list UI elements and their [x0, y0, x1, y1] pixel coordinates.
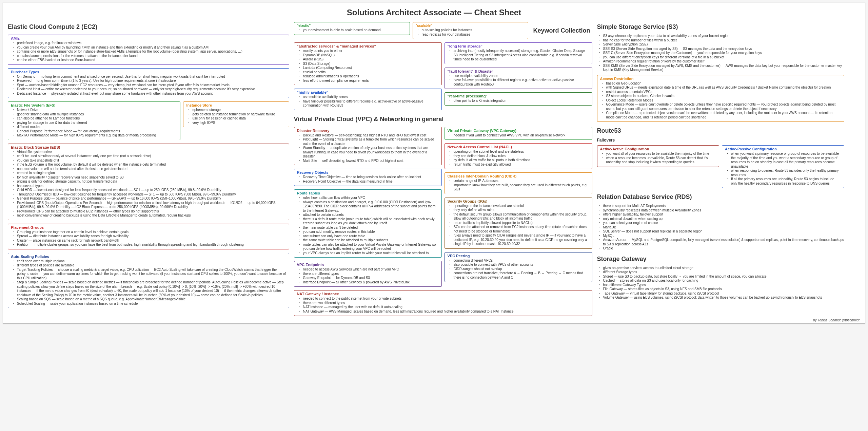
- list-item: Server Side Encryption (SSE): [602, 42, 844, 47]
- box-nacl: Network Access Control List (NACL) opera…: [445, 143, 592, 169]
- list-item: Spot — auction-based bidding for unused …: [16, 83, 286, 88]
- list-item: have fail-over possibilities to differen…: [452, 78, 589, 87]
- list-item: different modes: [16, 125, 177, 129]
- box-nat: NAT Gateway / Instance needed to connect…: [294, 290, 592, 316]
- list-item: for high availability / disaster recover…: [16, 175, 286, 180]
- list-item: Target Tracking Policies — choose a scal…: [16, 268, 286, 281]
- list-item: On-Demand — no long-term commitment and …: [16, 75, 286, 79]
- list-item: Dedicated Instance — physically isolated…: [16, 92, 286, 96]
- list-item: you can add, modify, remove routes in th…: [302, 230, 439, 234]
- list-item: Provisioned IOPS (Input/Output Operation…: [16, 201, 286, 209]
- list-item: SSE-S3 (Server Side Encryption managed b…: [602, 47, 844, 51]
- list-item: operating on the subnet level and are st…: [452, 150, 589, 154]
- list-item: Backup and Restore — self-describing; ha…: [302, 133, 439, 138]
- box-recovery-objects: Recovery Objects Recovery Time Objective…: [294, 169, 442, 186]
- list-item: less effort to meet compliance requireme…: [302, 79, 439, 83]
- ec2-heading: Elastic Cloud Compute 2 (EC2): [8, 23, 289, 31]
- list-item: rules how traffic can flow within your V…: [302, 196, 439, 200]
- list-item: mostly points you to either: [302, 49, 439, 53]
- failovers-title: Failovers: [597, 138, 844, 143]
- list-item: return traffic is implicitly allowed (op…: [452, 221, 589, 225]
- box-kw-fault: "fault tolerant" & Disaster use multiple…: [445, 68, 592, 89]
- box-kw-ha: "highly available" use multiple availabi…: [294, 89, 442, 110]
- list-item: General Purpose SSD — balance of price a…: [16, 196, 286, 201]
- list-item: Recovery Time Objective — time to bring …: [302, 175, 439, 180]
- list-item: based on Geo-Location: [605, 81, 841, 86]
- list-item: reduced administrations & operations: [302, 74, 439, 79]
- list-item: has several types: [16, 184, 286, 188]
- list-item: Compliance Mode — a protected object ver…: [605, 111, 841, 119]
- list-item: ephemeral storage: [191, 108, 286, 112]
- list-item: Warm Standby — a duplicate version of on…: [302, 146, 439, 159]
- box-vpc-endpoints: VPC Endpoints needed to access AWS Servi…: [294, 261, 442, 287]
- col-ec2: Elastic Cloud Compute 2 (EC2) AMIs prede…: [8, 21, 289, 309]
- list-item: Reserved — long-term commitment (1 to 3 …: [16, 79, 286, 83]
- list-item: by default allow traffic for all ports i…: [452, 158, 589, 163]
- list-item: use multiple availability zones: [302, 95, 439, 99]
- list-item: S3 asynchronously replicates your data t…: [602, 34, 844, 38]
- col-right: Simple Storage Service (S3) S3 asynchron…: [597, 21, 844, 300]
- list-item: there are two different types: [302, 301, 589, 305]
- list-item: use multiple availability zones: [452, 74, 589, 78]
- list-item: Governance Mode — users can't override o…: [605, 102, 841, 111]
- list-item: Interface Endpoint — all other Services …: [302, 280, 439, 285]
- s3-heading: Simple Storage Service (S3): [597, 23, 844, 31]
- box-route-tables: Route Tables rules how traffic can flow …: [294, 189, 442, 258]
- list-item: SGs can be attached or removed from EC2 …: [452, 225, 589, 233]
- box-kw-realtime: "real-time processing" often points to a…: [445, 92, 592, 106]
- list-item: read-replicas for your databases: [420, 33, 526, 37]
- storage-gateway-heading: Storage Gateway: [597, 256, 844, 263]
- box-kw-abstracted: "abstracted services" & "managed service…: [294, 42, 442, 85]
- list-item: there is support for Multi-AZ Deployment…: [602, 204, 844, 208]
- box-ebs: Elastic Block Storage (EBS) Virtual file…: [8, 144, 289, 220]
- box-vpg: Virtual Private Gateway (VPC Gateway) ne…: [445, 127, 592, 140]
- list-item: Network Drive: [16, 108, 177, 112]
- list-item: Tape Gateway — virtual tape library for …: [602, 292, 844, 296]
- list-item: very high IOPS: [191, 121, 286, 125]
- box-vpc-peering: VPC Peering connecting different VPCsals…: [445, 252, 592, 282]
- list-item: Pilot Light — Storing critical systems a…: [302, 137, 439, 146]
- list-item: Partition — multiple cluster groups, so …: [16, 243, 286, 247]
- list-item: the same route table can be attached to …: [302, 238, 439, 243]
- list-item: you can take snapshots of it: [16, 158, 286, 163]
- list-item: only minimal downtime when scaling up: [602, 217, 844, 221]
- list-item: Cached — stores all data on S3 and uses …: [602, 279, 844, 283]
- list-item: Throughput Optimised HDD — low-cost desi…: [16, 192, 286, 197]
- list-item: paying for storage in use & for data tra…: [16, 121, 177, 125]
- list-item: return traffic must be explicitly allowe…: [452, 163, 589, 167]
- box-disaster-recovery: Disaster Recovery Backup and Restore — s…: [294, 127, 442, 166]
- list-item: MariaDB: [602, 225, 844, 230]
- list-item: SSE-KMS (Server Side Encryption managed …: [602, 64, 844, 72]
- list-item: when a resource becomes unavailable, Rou…: [605, 156, 716, 165]
- list-item: MySQL: [602, 234, 844, 238]
- list-item: pricing is only for defined storage capa…: [16, 180, 286, 184]
- list-item: route tables can also be attached to you…: [302, 243, 439, 251]
- list-item: Step & Simple Scaling Policies — scale b…: [16, 280, 286, 297]
- box-active-passive: Active-Passive Configuration when you wa…: [722, 145, 844, 188]
- list-item: CIDR-ranges should not overlap: [452, 267, 589, 271]
- list-item: Amazon recommends regular rotation of ke…: [602, 59, 844, 64]
- list-item: needed to connect to the public internet…: [302, 297, 589, 301]
- list-item: Cluster — place instances on same rack f…: [16, 239, 286, 243]
- list-item: non-root volumes will not be terminated …: [16, 167, 286, 171]
- list-item: contains one or more EBS snapshots or fo…: [16, 50, 286, 54]
- list-item: predefined image, e.g. for linux or wind…: [16, 41, 286, 45]
- list-item: you can create your own AMI by launching…: [16, 45, 286, 50]
- list-item: different Storage types: [602, 270, 844, 275]
- keywords-heading: Keyword Collection: [533, 27, 590, 34]
- list-item: with Signed URLs — needs expiration date…: [605, 86, 841, 90]
- list-item: your VPC always has an implicit router t…: [302, 251, 439, 256]
- list-item: Virtual file system drive: [16, 150, 286, 154]
- s3-list: S3 asynchronously replicates your data t…: [597, 34, 844, 72]
- list-item: can't span over multiple regions: [16, 259, 286, 264]
- list-item: has no cap for the number of files withi…: [602, 38, 844, 43]
- list-item: gives on-premise services access to unli…: [602, 266, 844, 270]
- list-item: use only for session or cached data: [191, 116, 286, 121]
- box-amis: AMIs predefined image, e.g. for linux or…: [8, 35, 289, 65]
- list-item: your environment is able to scale based …: [302, 28, 407, 33]
- list-item: operating on the instance level and are …: [452, 204, 589, 208]
- list-item: created in a single region: [16, 171, 286, 175]
- box-placement-groups: Placement Groups Grouping your instance …: [8, 224, 289, 249]
- list-item: Grouping your instance together on a cer…: [16, 230, 286, 235]
- list-item: Multi-Site — self-describing; lowest RTO…: [302, 159, 439, 163]
